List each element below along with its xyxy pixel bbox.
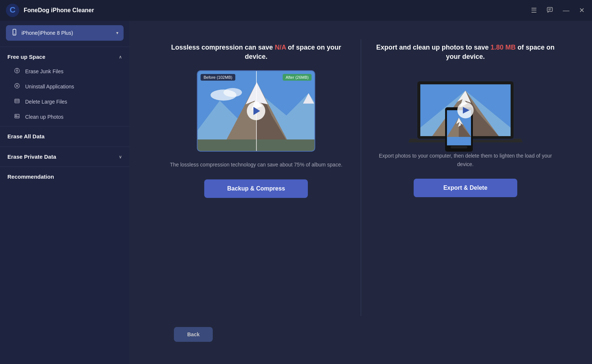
close-button[interactable]: ✕ xyxy=(578,6,586,15)
device-icon xyxy=(11,29,18,37)
sidebar-item-delete-large[interactable]: Delete Large Files xyxy=(3,94,127,109)
compress-card-title: Lossless compression can save N/A of spa… xyxy=(166,43,346,61)
svg-rect-17 xyxy=(15,114,19,118)
compress-card: Lossless compression can save N/A of spa… xyxy=(152,36,361,205)
svg-rect-42 xyxy=(451,146,467,148)
compress-title-prefix: Lossless compression can save xyxy=(171,44,275,51)
sidebar-section-free-space: Free up Space ∧ Erase Junk Files xyxy=(0,48,130,125)
window-controls: ☰ — ✕ xyxy=(529,5,586,16)
compress-image: Before (102MB) After (26MB) xyxy=(197,70,315,152)
svg-rect-14 xyxy=(15,99,19,103)
uninstall-apps-label: Uninstall Applications xyxy=(25,84,74,90)
sidebar-recommendation[interactable]: Recommendation xyxy=(0,168,130,185)
compress-description: The lossless compression technology can … xyxy=(170,161,342,169)
clean-photos-label: Clean up Photos xyxy=(25,114,64,120)
erase-private-data-header[interactable]: Erase Private Data ∨ xyxy=(0,148,130,165)
sidebar: iPhone(iPhone 8 Plus) ▾ Free up Space ∧ xyxy=(0,21,130,364)
uninstall-apps-icon xyxy=(13,83,21,90)
device-illustration xyxy=(403,70,528,152)
erase-all-data-title: Erase All Data xyxy=(7,133,44,139)
backup-compress-button[interactable]: Backup & Compress xyxy=(204,179,308,198)
device-chevron-icon: ▾ xyxy=(116,30,118,36)
export-card-title: Export and clean up photos to save 1.80 … xyxy=(376,43,555,61)
sidebar-item-uninstall-apps[interactable]: Uninstall Applications xyxy=(3,79,127,94)
svg-rect-2 xyxy=(547,7,552,11)
chat-button[interactable] xyxy=(545,5,555,16)
export-delete-button[interactable]: Export & Delete xyxy=(414,179,517,197)
export-description: Export photos to your computer, then del… xyxy=(376,152,555,168)
sidebar-erase-all-data[interactable]: Erase All Data xyxy=(0,128,130,145)
before-badge: Before (102MB) xyxy=(201,74,235,81)
play-button[interactable] xyxy=(247,102,265,120)
sidebar-divider-4 xyxy=(0,166,130,167)
erase-private-chevron-icon: ∨ xyxy=(119,154,122,159)
svg-point-8 xyxy=(16,70,18,71)
sidebar-divider-2 xyxy=(0,126,130,127)
free-space-header[interactable]: Free up Space ∧ xyxy=(0,48,130,64)
sidebar-divider-3 xyxy=(0,146,130,147)
sidebar-divider-1 xyxy=(0,47,130,47)
erase-private-data-title: Erase Private Data xyxy=(7,154,56,160)
export-title-prefix: Export and clean up photos to save xyxy=(376,44,491,51)
menu-button[interactable]: ☰ xyxy=(529,6,538,15)
app-logo: C xyxy=(6,4,19,17)
content-area: Lossless compression can save N/A of spa… xyxy=(130,21,592,364)
minimize-button[interactable]: — xyxy=(561,6,571,15)
erase-junk-label: Erase Junk Files xyxy=(25,68,63,74)
export-title-highlight: 1.80 MB xyxy=(491,44,516,51)
app-title: FoneDog iPhone Cleaner xyxy=(24,7,529,14)
device-selector[interactable]: iPhone(iPhone 8 Plus) ▾ xyxy=(6,25,124,41)
main-layout: iPhone(iPhone 8 Plus) ▾ Free up Space ∧ xyxy=(0,21,592,364)
device-name: iPhone(iPhone 8 Plus) xyxy=(21,30,116,36)
back-button[interactable]: Back xyxy=(174,327,213,342)
export-card: Export and clean up photos to save 1.80 … xyxy=(361,36,570,205)
sidebar-item-erase-junk[interactable]: Erase Junk Files xyxy=(3,64,127,79)
recommendation-title: Recommendation xyxy=(7,173,54,180)
delete-large-label: Delete Large Files xyxy=(25,99,67,105)
free-space-chevron-icon: ∧ xyxy=(119,54,122,60)
svg-text:C: C xyxy=(10,5,16,14)
svg-point-27 xyxy=(223,88,242,97)
title-bar: C FoneDog iPhone Cleaner ☰ — ✕ xyxy=(0,0,592,21)
export-illustration-svg xyxy=(403,70,528,152)
clean-photos-icon xyxy=(13,113,21,121)
sidebar-item-clean-photos[interactable]: Clean up Photos xyxy=(3,109,127,124)
erase-junk-icon xyxy=(13,68,21,75)
delete-large-icon xyxy=(13,98,21,105)
compress-title-highlight: N/A xyxy=(275,44,286,51)
bottom-bar: Back xyxy=(152,320,570,349)
cards-row: Lossless compression can save N/A of spa… xyxy=(152,36,570,320)
after-badge: After (26MB) xyxy=(283,74,312,81)
free-space-title: Free up Space xyxy=(7,54,46,60)
svg-point-18 xyxy=(16,115,16,116)
